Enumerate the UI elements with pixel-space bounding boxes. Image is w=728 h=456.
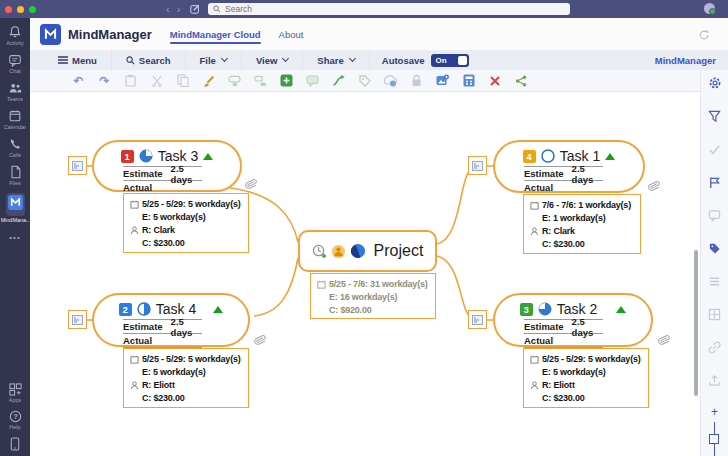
minimize-window-button[interactable] xyxy=(17,6,24,13)
sidebar-item-activity[interactable]: Activity xyxy=(0,25,30,46)
close-window-button[interactable] xyxy=(5,6,12,13)
tag-icon[interactable] xyxy=(708,241,722,255)
add-subtopic-icon[interactable] xyxy=(254,74,267,87)
filter-icon[interactable] xyxy=(708,109,722,123)
settings-gear-icon[interactable] xyxy=(708,76,722,90)
new-topic-icon[interactable] xyxy=(280,74,293,87)
teams-people-icon xyxy=(8,81,22,95)
menu-share-dropdown[interactable]: Share xyxy=(303,50,369,70)
grid-icon[interactable] xyxy=(708,307,722,321)
sidebar-item-calendar[interactable]: Calendar xyxy=(0,109,30,130)
rollup-triangle-icon xyxy=(213,306,223,313)
add-image-icon[interactable] xyxy=(436,74,449,87)
app-title: MindManager xyxy=(68,27,152,42)
autosave-toggle[interactable]: On xyxy=(431,54,469,67)
format-painter-icon[interactable] xyxy=(202,74,215,87)
zoom-window-button[interactable] xyxy=(29,6,36,13)
topic-task-2[interactable]: 3 Task 2 Estimate2.5 days Actual xyxy=(493,293,653,347)
flag-icon[interactable] xyxy=(708,175,722,189)
task-2-callout[interactable]: 5/25 - 5/29: 5 workday(s) E: 5 workday(s… xyxy=(523,348,649,408)
share-icon[interactable] xyxy=(514,74,527,87)
zoom-controls: + − xyxy=(711,406,718,456)
tab-mindmanager-cloud[interactable]: MindManager Cloud xyxy=(170,23,261,46)
search-icon xyxy=(213,5,221,13)
sidebar-item-mobile[interactable] xyxy=(0,437,30,451)
cut-icon[interactable] xyxy=(150,74,163,87)
calendar-icon xyxy=(130,355,139,364)
sidebar-item-mindmanager[interactable]: MindMana... xyxy=(0,193,30,223)
gantt-link-icon[interactable] xyxy=(68,156,87,175)
chevron-down-icon xyxy=(349,55,356,62)
topic-task-4[interactable]: 2 Task 4 Estimate2.5 days Actual xyxy=(92,293,250,347)
menu-file-dropdown[interactable]: File xyxy=(186,50,242,70)
paste-icon[interactable] xyxy=(124,74,137,87)
zoom-slider-handle[interactable] xyxy=(709,434,719,444)
chevron-down-icon xyxy=(221,55,228,62)
undo-icon[interactable]: ↶ xyxy=(72,74,85,87)
sidebar-item-teams[interactable]: Teams xyxy=(0,81,30,102)
sidebar-item-calls[interactable]: Calls xyxy=(0,137,30,158)
redo-icon[interactable]: ↷ xyxy=(98,74,111,87)
gantt-link-icon[interactable] xyxy=(468,310,487,329)
calculator-icon[interactable] xyxy=(462,74,475,87)
topic-task-1[interactable]: 4 Task 1 Estimate2.5 days Actual xyxy=(493,140,645,193)
relationship-icon[interactable] xyxy=(332,74,345,87)
compose-icon[interactable] xyxy=(190,0,200,18)
task-4-callout[interactable]: 5/25 - 5/29: 5 workday(s) E: 5 workday(s… xyxy=(123,348,249,408)
topic-properties: Estimate2.5 days Actual xyxy=(524,319,603,348)
tag-icon[interactable] xyxy=(358,74,371,87)
zoom-slider[interactable] xyxy=(714,422,716,456)
task-1-callout[interactable]: 7/6 - 7/6: 1 workday(s) E: 1 workday(s) … xyxy=(523,194,641,254)
check-icon[interactable] xyxy=(708,142,722,156)
priority-badge: 4 xyxy=(523,150,536,163)
sidebar-item-help[interactable]: ? Help xyxy=(0,410,30,430)
calendar-icon xyxy=(530,355,539,364)
copy-icon[interactable] xyxy=(176,74,189,87)
progress-pie-icon xyxy=(137,302,151,316)
right-sidebar: + − xyxy=(700,70,728,456)
menu-view-dropdown[interactable]: View xyxy=(242,50,303,70)
task-3-callout[interactable]: 5/25 - 5/29: 5 workday(s) E: 5 workday(s… xyxy=(123,193,249,253)
tab-about[interactable]: About xyxy=(279,23,304,46)
central-topic-project[interactable]: Project xyxy=(298,230,437,272)
callout-icon[interactable] xyxy=(306,74,319,87)
menu-button[interactable]: Menu xyxy=(44,50,112,70)
search-icon xyxy=(126,56,135,65)
priority-badge: 3 xyxy=(520,303,533,316)
sidebar-item-chat[interactable]: Chat xyxy=(0,53,30,74)
vertical-scrollbar[interactable] xyxy=(694,250,698,396)
export-icon[interactable] xyxy=(708,373,722,387)
list-icon[interactable] xyxy=(708,274,722,288)
brand-label: MindManager xyxy=(655,55,716,66)
gantt-link-icon[interactable] xyxy=(68,310,87,329)
zoom-in-button[interactable]: + xyxy=(711,406,718,418)
phone-icon xyxy=(8,137,22,151)
link-icon[interactable] xyxy=(708,340,722,354)
sidebar-more-icon[interactable]: ••• xyxy=(9,233,20,242)
nav-forward-icon[interactable]: › xyxy=(177,4,181,15)
search-input[interactable] xyxy=(225,4,565,14)
bell-icon xyxy=(8,25,22,39)
comment-icon[interactable] xyxy=(708,208,722,222)
lock-icon[interactable] xyxy=(410,74,423,87)
chevron-down-icon xyxy=(282,55,289,62)
delete-icon[interactable] xyxy=(488,74,501,87)
nav-back-icon[interactable]: ‹ xyxy=(166,4,170,15)
map-canvas[interactable]: 1 Task 3 Estimate2.5 days Actual 5/25 - … xyxy=(30,92,700,456)
person-icon xyxy=(130,381,139,390)
gantt-link-icon[interactable] xyxy=(468,156,487,175)
help-icon: ? xyxy=(9,410,22,423)
topic-task-3[interactable]: 1 Task 3 Estimate2.5 days Actual xyxy=(92,140,242,192)
menu-search-button[interactable]: Search xyxy=(112,50,186,70)
window-titlebar: ‹ › xyxy=(0,0,728,18)
avatar[interactable] xyxy=(704,3,715,14)
calendar-icon xyxy=(8,109,22,123)
apps-grid-icon xyxy=(9,383,22,396)
add-topic-icon[interactable] xyxy=(228,74,241,87)
boundary-icon[interactable] xyxy=(384,74,397,87)
global-search[interactable] xyxy=(208,3,570,15)
sidebar-item-apps[interactable]: Apps xyxy=(0,383,30,403)
refresh-icon[interactable] xyxy=(698,27,710,45)
sidebar-item-files[interactable]: Files xyxy=(0,165,30,186)
project-callout[interactable]: 5/25 - 7/6: 31 workday(s) E: 16 workday(… xyxy=(310,273,436,319)
